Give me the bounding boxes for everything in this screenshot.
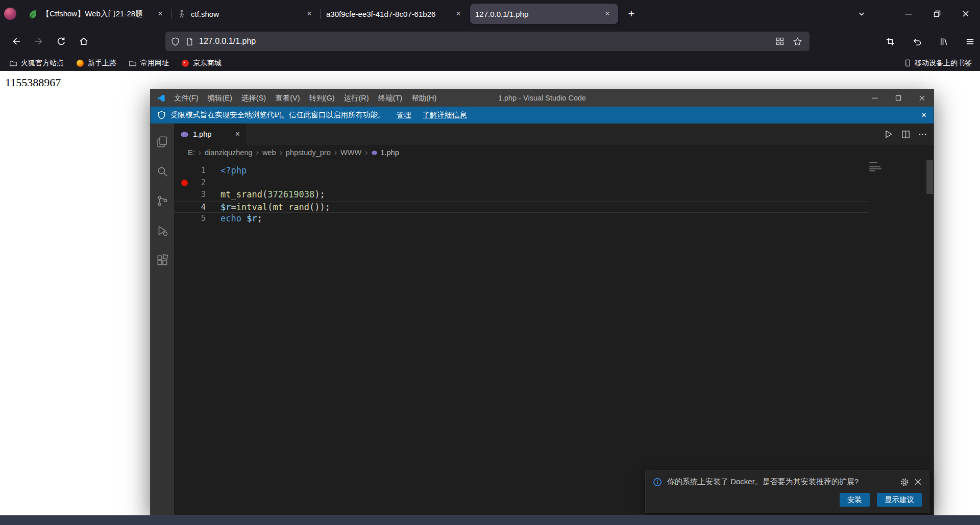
minimap-line (869, 162, 877, 163)
screen: 【Ctfshow】Web入门21-28题 × ctf.show × a30f9c… (0, 0, 980, 525)
bookmark-jd-mall[interactable]: 京东商城 (179, 57, 224, 69)
nav-right-controls (878, 31, 980, 52)
menu-edit[interactable]: 编辑(E) (203, 89, 237, 107)
url-bar[interactable]: 127.0.0.1/1.php (165, 32, 810, 51)
code-text (206, 177, 220, 189)
code-editor[interactable]: 1 <?php 2 3 mt_srand(372619038); (174, 160, 934, 515)
page-info-icon[interactable] (185, 37, 194, 46)
explorer-icon[interactable] (151, 130, 174, 154)
bookmark-getting-started[interactable]: 新手上路 (74, 57, 118, 69)
bookmark-folder-firefox-official[interactable]: 火狐官方站点 (7, 57, 66, 69)
folder-icon (129, 59, 137, 67)
breadcrumb-item[interactable]: dianziquzheng (205, 148, 253, 157)
menu-go[interactable]: 转到(G) (305, 89, 339, 107)
home-button[interactable] (74, 31, 94, 52)
editor-tab-1php[interactable]: 1.php × (174, 123, 247, 145)
vscode-window: 文件(F) 编辑(E) 选择(S) 查看(V) 转到(G) 运行(R) 终端(T… (150, 89, 934, 515)
code-line[interactable]: 3 mt_srand(372619038); (174, 189, 869, 201)
tab-label: a30f9cfe-ee3f-41d7-8c07-61b26 (326, 10, 453, 18)
run-debug-icon[interactable] (151, 218, 174, 243)
tab-close-icon[interactable]: × (304, 8, 315, 19)
code-text: echo $r; (206, 213, 262, 225)
code-text: mt_srand(372619038); (206, 189, 325, 201)
breadcrumb-item[interactable]: E: (188, 148, 195, 157)
bookmark-label: 京东商城 (193, 59, 222, 68)
banner-manage-link[interactable]: 管理 (397, 110, 411, 120)
editor-tab-strip: 1.php × (174, 123, 934, 145)
breadcrumb-item[interactable]: phpstudy_pro (286, 148, 331, 157)
code-rows: 1 <?php 2 3 mt_srand(372619038); (174, 165, 869, 225)
gear-icon[interactable] (900, 478, 909, 487)
window-restore-button[interactable] (923, 0, 951, 28)
minimap[interactable] (869, 162, 885, 172)
code-line-current[interactable]: 4 $r=intval(mt_rand()); (174, 201, 869, 213)
new-tab-button[interactable]: + (622, 4, 641, 23)
back-button[interactable] (6, 31, 27, 52)
breakpoint-icon[interactable] (181, 180, 188, 186)
split-editor-icon[interactable] (901, 130, 911, 139)
tab-close-icon[interactable]: × (155, 8, 166, 19)
menu-run[interactable]: 运行(R) (339, 89, 373, 107)
more-actions-icon[interactable] (918, 130, 927, 139)
banner-text: 受限模式旨在实现安全地浏览代码。信任此窗口以启用所有功能。 (170, 110, 385, 120)
banner-close-icon[interactable]: × (921, 110, 926, 120)
editor-actions (884, 123, 927, 145)
extensions-icon[interactable] (151, 248, 174, 272)
tab-strip: 【Ctfshow】Web入门21-28题 × ctf.show × a30f9c… (22, 0, 641, 28)
menu-terminal[interactable]: 终端(T) (374, 89, 407, 107)
show-recommendations-button[interactable]: 显示建议 (877, 493, 922, 507)
screenshot-crop-icon[interactable] (880, 31, 900, 52)
undo-history-icon[interactable] (906, 31, 927, 52)
vscode-close-button[interactable] (910, 89, 934, 107)
tab-close-icon[interactable]: × (602, 8, 613, 19)
menu-file[interactable]: 文件(F) (169, 89, 203, 107)
breadcrumb-item[interactable]: web (262, 148, 276, 157)
tab-label: 127.0.0.1/1.php (475, 10, 602, 18)
menu-selection[interactable]: 选择(S) (237, 89, 271, 107)
browser-tab-uuid-page[interactable]: a30f9cfe-ee3f-41d7-8c07-61b26 × (321, 4, 469, 24)
chevron-right-icon: › (199, 148, 201, 157)
code-line[interactable]: 1 <?php (174, 165, 869, 177)
breadcrumb-item[interactable]: WWW (340, 148, 361, 157)
source-control-icon[interactable] (151, 189, 174, 213)
bookmark-star-icon[interactable] (793, 37, 802, 46)
forward-button[interactable] (29, 31, 49, 52)
reload-button[interactable] (51, 31, 71, 52)
menu-hamburger-icon[interactable] (960, 31, 980, 52)
firefox-view-button[interactable] (0, 0, 20, 28)
notification-close-icon[interactable] (914, 478, 922, 486)
list-all-tabs-button[interactable] (851, 4, 872, 24)
browser-tab-ctfshow-article[interactable]: 【Ctfshow】Web入门21-28题 × (23, 4, 171, 24)
line-number: 1 (174, 165, 206, 177)
menu-view[interactable]: 查看(V) (271, 89, 304, 107)
url-text[interactable]: 127.0.0.1/1.php (199, 37, 775, 46)
vscode-title-bar[interactable]: 文件(F) 编辑(E) 选择(S) 查看(V) 转到(G) 运行(R) 终端(T… (151, 89, 934, 107)
banner-learn-more-link[interactable]: 了解详细信息 (423, 110, 467, 120)
code-text: $r=intval(mt_rand()); (206, 202, 330, 213)
window-close-button[interactable] (951, 0, 980, 28)
chevron-right-icon: › (365, 148, 368, 157)
activity-bar (151, 123, 174, 515)
search-icon[interactable] (151, 159, 174, 184)
tab-close-icon[interactable]: × (453, 8, 464, 19)
code-line[interactable]: 2 (174, 177, 869, 189)
phone-icon (904, 59, 912, 67)
browser-tab-localhost-active[interactable]: 127.0.0.1/1.php × (470, 4, 618, 24)
run-code-icon[interactable] (884, 129, 894, 139)
bookmark-label: 新手上路 (88, 59, 116, 68)
code-line[interactable]: 5 echo $r; (174, 213, 869, 225)
extension-grid-icon[interactable] (775, 37, 785, 46)
window-minimize-button[interactable]: ─ (894, 0, 923, 28)
shield-permissions-icon[interactable] (170, 37, 180, 46)
bookmark-mobile-bookmarks[interactable]: 移动设备上的书签 (902, 57, 974, 69)
bookmark-folder-common-sites[interactable]: 常用网址 (127, 57, 171, 69)
menu-help[interactable]: 帮助(H) (407, 89, 441, 107)
breadcrumb-file[interactable]: 1.php (371, 148, 399, 157)
editor-tab-close-icon[interactable]: × (235, 130, 240, 139)
browser-tab-ctfshow[interactable]: ctf.show × (172, 4, 320, 24)
library-icon[interactable] (933, 31, 953, 52)
vscode-minimize-button[interactable]: ─ (863, 89, 887, 107)
vscode-maximize-button[interactable] (887, 89, 910, 107)
install-button[interactable]: 安装 (840, 493, 870, 507)
editor-scrollbar[interactable] (926, 160, 933, 194)
